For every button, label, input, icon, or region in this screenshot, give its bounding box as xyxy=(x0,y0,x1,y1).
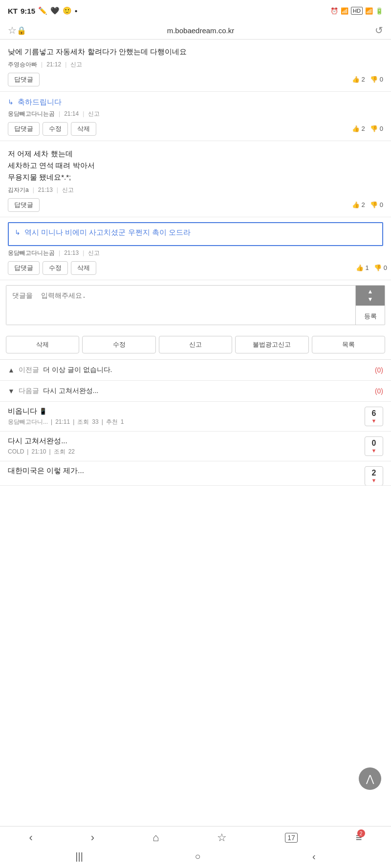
vote-group-1: 👍 2 👎 0 xyxy=(352,76,383,83)
reply-btn-2[interactable]: 답댓글 xyxy=(8,122,40,136)
scroll-to-top-button[interactable]: ⋀ xyxy=(359,767,381,790)
btn-group-1: 답댓글 xyxy=(8,73,40,86)
next-count: (0) xyxy=(375,387,383,395)
scroll-up-icon[interactable]: ▲ xyxy=(368,288,373,296)
report-ad-button[interactable]: 불법광고신고 xyxy=(235,336,308,353)
dot-icon: • xyxy=(75,7,77,15)
comment-textarea[interactable] xyxy=(6,286,355,325)
vote-down-count-4: 0 xyxy=(384,264,387,271)
reply-btn-4[interactable]: 답댓글 xyxy=(8,261,40,275)
reply-btn-1[interactable]: 답댓글 xyxy=(8,73,40,86)
back-button[interactable]: ‹ xyxy=(29,831,32,844)
post-author-1: 웅담빼고다니... xyxy=(8,418,48,426)
vote-down-1[interactable]: 👎 0 xyxy=(370,76,383,83)
comment-input-area[interactable]: ▲ ▼ 등록 xyxy=(6,285,385,325)
comment-time-3: 21:13 xyxy=(38,186,53,193)
post-meta-1: 웅담빼고다니... | 21:11 | 조회 33 | 추천 1 xyxy=(8,418,360,426)
scroll-to-top-icon: ⋀ xyxy=(366,773,374,785)
main-content: 낮에 기름넣고 자동세차 할려다가 안했는데 다행이네요 주영승아빠 | 21:… xyxy=(0,40,391,544)
comment-item-4: ↳ 역시 미니나 비에미 사고치셨군 우쩐지 촉이 오드라 웅담빼고다니는곰 |… xyxy=(0,217,391,280)
comment-report-3[interactable]: 신고 xyxy=(62,186,74,194)
comment-count-num-3: 2 xyxy=(372,469,376,477)
comment-meta-1: 주영승아빠 | 21:12 | 신고 xyxy=(8,61,383,69)
battery-icon: 🔋 xyxy=(375,7,383,15)
vote-up-count-1: 2 xyxy=(362,76,365,83)
star-icon[interactable]: ☆ xyxy=(8,24,17,36)
comment-report-2[interactable]: 신고 xyxy=(88,110,100,118)
post-meta-2: COLD | 21:10 | 조회 22 xyxy=(8,448,360,456)
wifi-icon: 📶 xyxy=(341,7,348,15)
menu-badge: 2 xyxy=(357,829,365,837)
thumbs-up-icon-3: 👍 xyxy=(352,201,360,208)
count-arrow-icon-1: ▼ xyxy=(371,418,377,424)
edit-btn-4[interactable]: 수정 xyxy=(43,261,68,275)
register-button[interactable]: 등록 xyxy=(356,308,385,325)
url-display[interactable]: m.bobaedream.co.kr xyxy=(26,26,375,35)
back-icon: ‹ xyxy=(29,831,32,844)
post-title-text-2: 다시 고쳐서완성... xyxy=(8,436,67,445)
prev-title: 더 이상 글이 없습니다. xyxy=(43,366,372,374)
forward-button[interactable]: › xyxy=(91,831,94,844)
gesture-lines-icon: ||| xyxy=(75,851,83,862)
comment-text-4: 역시 미니나 비에미 사고치셨군 우쩐지 촉이 오드라 xyxy=(24,228,191,236)
menu-button[interactable]: ≡ 2 xyxy=(356,831,362,844)
comment-author-4: 웅담빼고다니는곰 xyxy=(8,249,55,257)
highlighted-reply-4: ↳ 역시 미니나 비에미 사고치셨군 우쩐지 촉이 오드라 xyxy=(8,222,383,246)
comment-input-right: ▲ ▼ 등록 xyxy=(355,286,385,325)
vote-up-1[interactable]: 👍 2 xyxy=(352,76,365,83)
post-title-2: 다시 고쳐서완성... xyxy=(8,436,360,446)
delete-btn-4[interactable]: 삭제 xyxy=(71,261,96,275)
comment-report-4[interactable]: 신고 xyxy=(88,249,100,257)
vote-up-4[interactable]: 👍 1 xyxy=(356,264,369,271)
next-post-nav[interactable]: ▼ 다음글 다시 고쳐서완성... (0) xyxy=(0,381,391,402)
comment-report-1[interactable]: 신고 xyxy=(70,61,82,69)
post-comment-count-3: 2 ▼ xyxy=(365,466,383,486)
tabs-icon: 17 xyxy=(285,833,298,843)
tabs-button[interactable]: 17 xyxy=(285,833,298,843)
delete-post-button[interactable]: 삭제 xyxy=(6,336,79,353)
reply-arrow-icon-4: ↳ xyxy=(15,228,21,236)
vote-group-4: 👍 1 👎 0 xyxy=(356,264,387,271)
scroll-down-icon[interactable]: ▼ xyxy=(368,295,373,304)
post-title-3: 대한미국은 이렇 제가... xyxy=(8,466,360,475)
vote-up-2[interactable]: 👍 2 xyxy=(352,125,365,132)
heart-icon: 🖤 xyxy=(50,6,60,15)
comment-item-1: 낮에 기름넣고 자동세차 할려다가 안했는데 다행이네요 주영승아빠 | 21:… xyxy=(0,40,391,92)
post-recommend-1: 1 xyxy=(121,418,124,425)
prev-post-nav[interactable]: ▲ 이전글 더 이상 글이 없습니다. (0) xyxy=(0,360,391,381)
bookmark-button[interactable]: ☆ xyxy=(217,831,227,844)
vote-down-count-2: 0 xyxy=(380,125,383,132)
btn-group-2: 답댓글 수정 삭제 xyxy=(8,122,96,136)
bottom-spacer xyxy=(0,486,391,544)
related-post-1[interactable]: 비옵니다 📱 웅담빼고다니... | 21:11 | 조회 33 | 추천 1 … xyxy=(0,402,391,432)
comment-line-1: 저 어제 세차 했는데 xyxy=(8,148,383,160)
reply-arrow-icon-2: ↳ xyxy=(8,98,14,106)
related-post-2[interactable]: 다시 고쳐서완성... COLD | 21:10 | 조회 22 0 ▼ xyxy=(0,432,391,461)
vote-up-count-2: 2 xyxy=(362,125,365,132)
edit-post-button[interactable]: 수정 xyxy=(82,336,155,353)
comment-line-2: 세차하고 연석 때려 박아서 xyxy=(8,160,383,171)
delete-btn-2[interactable]: 삭제 xyxy=(71,122,96,136)
edit-btn-2[interactable]: 수정 xyxy=(43,122,68,136)
forward-icon: › xyxy=(91,831,94,844)
thumbs-down-icon-3: 👎 xyxy=(370,201,378,208)
related-post-3[interactable]: 대한미국은 이렇 제가... 2 ▼ xyxy=(0,461,391,486)
report-post-button[interactable]: 신고 xyxy=(159,336,232,353)
post-title-text-1: 비옵니다 xyxy=(8,407,37,415)
comment-text-3: 저 어제 세차 했는데 세차하고 연석 때려 박아서 무용지물 됐네요*.*; xyxy=(8,148,383,183)
reload-icon[interactable]: ↺ xyxy=(375,24,383,36)
list-button[interactable]: 목록 xyxy=(312,336,385,353)
comment-actions-4: 답댓글 수정 삭제 👍 1 👎 0 xyxy=(4,261,387,275)
post-views-2: 22 xyxy=(68,448,75,455)
vote-down-count-3: 0 xyxy=(380,201,383,208)
vote-down-4[interactable]: 👎 0 xyxy=(374,264,387,271)
home-button[interactable]: ⌂ xyxy=(152,831,159,844)
reply-btn-3[interactable]: 답댓글 xyxy=(8,198,40,212)
vote-down-2[interactable]: 👎 0 xyxy=(370,125,383,132)
comment-item-2: ↳ 축하드립니다 웅담빼고다니는곰 | 21:14 | 신고 답댓글 수정 삭제… xyxy=(0,92,391,141)
vote-up-3[interactable]: 👍 2 xyxy=(352,201,365,208)
comment-text-2: 축하드립니다 xyxy=(18,98,62,106)
scroll-controls[interactable]: ▲ ▼ xyxy=(356,286,385,306)
thumbs-up-icon-4: 👍 xyxy=(356,264,364,271)
vote-down-3[interactable]: 👎 0 xyxy=(370,201,383,208)
